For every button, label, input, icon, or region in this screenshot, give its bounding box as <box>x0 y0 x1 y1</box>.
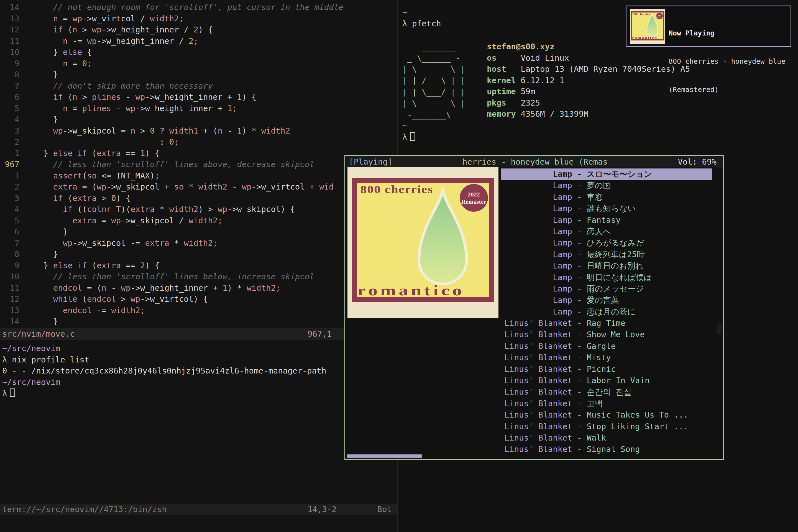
pfetch-info-line: memory 4356M / 31399M <box>487 108 690 120</box>
code-line: 9 } else if (extra == 2) { <box>0 260 397 271</box>
playlist-scrollbar[interactable] <box>717 323 722 334</box>
progress-bar[interactable] <box>347 454 422 458</box>
track-row[interactable]: Linus' Blanket - Labor In Vain <box>501 375 712 386</box>
terminal-line: ~ <box>402 120 415 131</box>
terminal-line: λ pfetch <box>402 18 441 30</box>
pfetch-info-line: uptime 59m <box>487 86 690 97</box>
pfetch-info-line: pkgs 2325 <box>487 97 690 109</box>
player-header: [Playing] herries - honeydew blue (Remas… <box>345 156 723 167</box>
notification-line2: (Remastered) <box>669 85 785 94</box>
code-line: 1 assert(so <= INT_MAX); <box>0 170 397 182</box>
pfetch-ascii-art: _______ _ \______ - | \ ___ \ | | | / \ … <box>402 41 465 120</box>
track-row[interactable]: Linus' Blanket - Music Takes Us To ... <box>501 409 712 421</box>
track-row[interactable]: Lamp - 恋人へ <box>501 226 712 237</box>
track-row[interactable]: Linus' Blanket - Stop Liking Start ... <box>501 421 712 432</box>
playlist[interactable]: Lamp - スロ〜モ〜ションLamp - 夢の国Lamp - 車窓Lamp -… <box>501 169 712 455</box>
track-row[interactable]: Linus' Blanket - 고백 <box>501 398 712 409</box>
track-row[interactable]: Lamp - 愛の言葉 <box>501 294 712 306</box>
code-line: 14 } <box>0 316 397 327</box>
code-line: 7 // don't skip more than necessary <box>0 80 397 92</box>
track-row[interactable]: Lamp - 雨のメッセージ <box>501 283 712 294</box>
cursor-block <box>410 132 415 141</box>
code-line: 8 } <box>0 69 397 80</box>
terminal-line: ~/src/neovim <box>2 343 326 354</box>
code-line: 12 if (n > wp->w_height_inner / 2) { <box>0 24 397 36</box>
code-area[interactable]: 14 // not enough room for 'scrolloff', p… <box>0 2 397 327</box>
terminal-line: 0 - - /nix/store/cq3cx86h28j0y46ls0nhjzj… <box>2 365 326 377</box>
track-row[interactable]: Lamp - 日曜日のお別れ <box>501 260 712 271</box>
player-volume: Vol: 69% <box>678 156 717 167</box>
album-cover: 800 cherries 2022 Remaster romantico <box>630 9 665 44</box>
code-line: 2 : 0; <box>0 136 397 148</box>
terminal-prompt[interactable]: ~λ <box>402 120 415 142</box>
album-cover-large: 800 cherries 2022 Remaster romantico <box>347 167 498 318</box>
code-line: 3 if (extra > 0) { <box>0 193 397 204</box>
terminal-statusline-filename: term://~/src/neovim//4713:/bin/zsh <box>0 505 167 514</box>
music-player-window[interactable]: [Playing] herries - honeydew blue (Remas… <box>344 155 724 460</box>
code-line: 11 endcol = (n - wp->w_height_inner + 1)… <box>0 282 397 294</box>
pfetch-info-line: os Void Linux <box>487 52 690 64</box>
badge-text: Remaster <box>460 198 488 205</box>
code-line: 8 } <box>0 249 397 260</box>
track-row[interactable]: Linus' Blanket - Rag Time <box>501 318 712 329</box>
track-row[interactable]: Lamp - スロ〜モ〜ション <box>501 169 712 180</box>
track-row[interactable]: Lamp - 夢の国 <box>501 180 712 191</box>
editor-pane[interactable]: 14 // not enough room for 'scrolloff', p… <box>0 0 397 532</box>
album-title: romantico <box>632 36 657 40</box>
track-row[interactable]: Lamp - ひろがるなみだ <box>501 237 712 249</box>
statusline-filename: src/nvim/move.c <box>0 329 75 339</box>
pfetch-info: stefan@s00.xyzos Void Linuxhost Laptop 1… <box>487 41 690 120</box>
code-line: 10 } else { <box>0 46 397 58</box>
track-row[interactable]: Lamp - 恋は月の蔭に <box>501 306 712 318</box>
track-row[interactable]: Lamp - 最終列車は25時 <box>501 249 712 260</box>
code-line: 6 if (n > plines - wp->w_height_inner + … <box>0 92 397 103</box>
statusline-move-c: src/nvim/move.c 967,1 <box>0 328 397 340</box>
track-row[interactable]: Linus' Blanket - Misty <box>501 352 712 363</box>
notification-text: Now Playing 800 cherries - honeydew blue… <box>669 10 785 113</box>
track-row[interactable]: Linus' Blanket - Signal Song <box>501 443 712 455</box>
code-line: 3 wp->w_skipcol = n > 0 ? width1 + (n - … <box>0 125 397 137</box>
terminal-line: λ <box>2 388 326 399</box>
terminal-buffer[interactable]: ~/src/neovimλ nix profile list0 - - /nix… <box>2 343 326 399</box>
track-row[interactable]: Linus' Blanket - Picnic <box>501 363 712 375</box>
code-line: 9 n = 0; <box>0 58 397 69</box>
statusline-ruler: 967,1 <box>307 328 332 340</box>
notification-cover-thumb: 800 cherries 2022 Remaster romantico <box>630 9 665 44</box>
track-row[interactable]: Lamp - Fantasy <box>501 214 712 226</box>
code-line: 10 // less than 'scrolloff' lines below,… <box>0 271 397 282</box>
track-row[interactable]: Lamp - 車窓 <box>501 191 712 203</box>
badge-text: Remaster <box>656 16 663 18</box>
track-row[interactable]: Lamp - 明日になれば僕は <box>501 272 712 283</box>
terminal-line: ~ <box>402 7 441 18</box>
terminal-scrollback: ~λ pfetch <box>402 7 441 29</box>
cursor-block <box>10 388 15 397</box>
terminal-statusline-position: Bot <box>377 504 392 515</box>
terminal-line: λ <box>402 131 415 143</box>
code-line: 7 wp->w_skipcol -= extra * width2; <box>0 238 397 249</box>
code-line: 13 n = wp->w_virtcol / width2; <box>0 13 397 24</box>
terminal-line: λ nix profile list <box>2 354 326 365</box>
code-line: 13 endcol -= width2; <box>0 305 397 316</box>
desktop: 14 // not enough room for 'scrolloff', p… <box>0 0 798 532</box>
player-title-rest: - honeydew blue (Remas <box>496 157 608 167</box>
player-track-title: herries - honeydew blue (Remas <box>462 156 608 167</box>
now-playing-notification[interactable]: 800 cherries 2022 Remaster romantico Now… <box>626 5 791 47</box>
code-line: 967 // less than 'scrolloff' lines above… <box>0 159 397 170</box>
track-row[interactable]: Linus' Blanket - 순간의 진실 <box>501 386 712 398</box>
track-row[interactable]: Lamp - 誰も知らない <box>501 203 712 214</box>
track-row[interactable]: Linus' Blanket - Show Me Love <box>501 329 712 340</box>
album-artist: 800 cherries <box>633 13 650 16</box>
track-row[interactable]: Linus' Blanket - Gargle <box>501 341 712 352</box>
terminal-statusline: term://~/src/neovim//4713:/bin/zsh 14,3-… <box>0 504 397 515</box>
code-line: 1 } else if (extra == 1) { <box>0 148 397 159</box>
terminal-line: ~/src/neovim <box>2 377 326 388</box>
remaster-badge: 2022 Remaster <box>460 184 488 212</box>
code-line: 14 // not enough room for 'scrolloff', p… <box>0 2 397 13</box>
track-row[interactable]: Linus' Blanket - Walk <box>501 432 712 443</box>
remaster-badge: 2022 Remaster <box>656 13 663 19</box>
player-title-artist-part: herries <box>462 157 496 167</box>
player-state-badge: [Playing] <box>349 156 392 167</box>
code-line: 11 n -= wp->w_height_inner / 2; <box>0 36 397 47</box>
notification-title: Now Playing <box>669 28 785 38</box>
album-artist: 800 cherries <box>360 183 433 196</box>
